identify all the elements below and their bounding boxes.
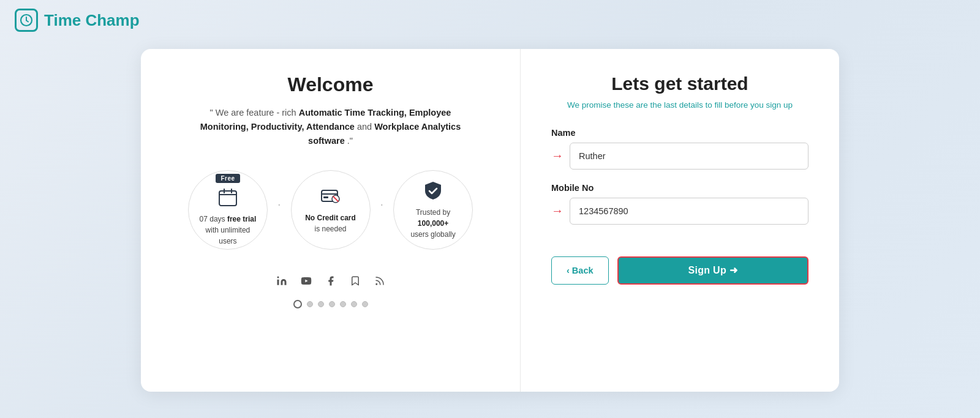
right-panel: Lets get started We promise these are th… bbox=[521, 49, 839, 392]
app-title: Time Champ bbox=[44, 11, 140, 30]
signup-button[interactable]: Sign Up ➜ bbox=[617, 256, 809, 285]
dot-sep-1: · bbox=[277, 197, 281, 211]
get-started-title: Lets get started bbox=[551, 73, 809, 94]
back-button[interactable]: ‹ Back bbox=[551, 256, 609, 285]
youtube-icon[interactable] bbox=[300, 274, 313, 288]
carousel-dot-0[interactable] bbox=[293, 300, 302, 308]
feature-text-trial: 07 days free trialwith unlimited users bbox=[197, 214, 258, 247]
welcome-description: " We are feature - rich Automatic Time T… bbox=[190, 106, 472, 149]
feature-text-noccard: No Credit cardis needed bbox=[305, 212, 356, 234]
svg-rect-1 bbox=[219, 191, 236, 206]
feature-no-credit-card: No Credit cardis needed bbox=[291, 170, 371, 250]
mobile-arrow-indicator: → bbox=[551, 204, 564, 218]
feature-trusted: Trusted by 100,000+users globally bbox=[393, 170, 473, 250]
welcome-title: Welcome bbox=[288, 73, 374, 96]
dot-sep-2: · bbox=[380, 197, 384, 211]
calendar-icon bbox=[217, 187, 239, 209]
name-label: Name bbox=[551, 128, 809, 138]
svg-point-12 bbox=[376, 284, 377, 285]
main-container: Welcome " We are feature - rich Automati… bbox=[0, 40, 980, 418]
svg-rect-7 bbox=[323, 196, 328, 198]
carousel-dot-5[interactable] bbox=[351, 301, 357, 307]
name-form-group: Name → bbox=[551, 128, 809, 170]
feature-free-trial: Free 07 days free trialwith unlimited us… bbox=[188, 170, 268, 250]
carousel-dot-6[interactable] bbox=[362, 301, 368, 307]
carousel-dot-4[interactable] bbox=[340, 301, 346, 307]
header: Time Champ bbox=[0, 0, 980, 40]
linkedin-icon[interactable] bbox=[275, 274, 288, 288]
carousel-dots bbox=[293, 300, 368, 308]
button-row: ‹ Back Sign Up ➜ bbox=[551, 256, 809, 285]
logo-icon bbox=[15, 9, 38, 32]
name-arrow-indicator: → bbox=[551, 149, 564, 163]
carousel-dot-3[interactable] bbox=[329, 301, 335, 307]
card: Welcome " We are feature - rich Automati… bbox=[141, 49, 839, 392]
credit-card-icon bbox=[320, 185, 342, 207]
mobile-label: Mobile No bbox=[551, 183, 809, 193]
name-input[interactable] bbox=[570, 143, 809, 170]
features-row: Free 07 days free trialwith unlimited us… bbox=[188, 170, 473, 250]
facebook-icon[interactable] bbox=[324, 274, 337, 288]
svg-point-10 bbox=[277, 277, 279, 278]
left-panel: Welcome " We are feature - rich Automati… bbox=[141, 49, 521, 392]
carousel-dot-1[interactable] bbox=[307, 301, 313, 307]
feature-text-trusted: Trusted by 100,000+users globally bbox=[402, 207, 464, 240]
mobile-form-group: Mobile No → bbox=[551, 183, 809, 225]
rss-icon[interactable] bbox=[373, 274, 386, 288]
subtitle: We promise these are the last details to… bbox=[551, 100, 809, 110]
bookmark-icon[interactable] bbox=[349, 274, 362, 288]
shield-check-icon bbox=[422, 180, 444, 202]
social-icons bbox=[275, 274, 386, 288]
mobile-input[interactable] bbox=[570, 198, 809, 225]
carousel-dot-2[interactable] bbox=[318, 301, 324, 307]
free-badge: Free bbox=[216, 174, 239, 183]
